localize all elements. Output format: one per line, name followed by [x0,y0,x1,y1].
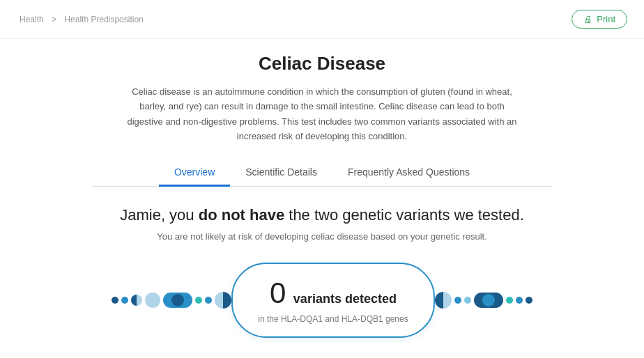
half-circle-left [215,292,231,309]
result-subtext: You are not likely at risk of developing… [14,231,630,242]
dot-3 [131,295,142,306]
variants-gene-label: in the HLA-DQA1 and HLA-DQB1 genes [258,314,408,324]
dot-r3 [506,297,513,304]
result-headline-suffix: the two genetic variants we tested. [284,206,524,224]
result-headline-prefix: Jamie, you [120,206,199,224]
pill-1 [163,293,192,308]
page-description: Celiac disease is an autoimmune conditio… [127,84,517,144]
variants-card: 0 variants detected in the HLA-DQA1 and … [231,263,434,338]
dot-r1 [454,297,461,304]
result-section: Jamie, you do not have the two genetic v… [0,187,644,358]
breadcrumb-current[interactable]: Health Predisposition [64,15,143,24]
variants-detected-label: variants detected [293,292,397,306]
result-headline-bold: do not have [199,206,284,224]
tab-overview[interactable]: Overview [159,159,230,187]
half-circle-right [435,292,452,309]
print-button[interactable]: 🖨 Print [572,10,627,29]
dot-r2 [464,297,471,304]
dot-6 [205,297,212,304]
dot-1 [112,297,118,304]
main-content: Celiac Disease Celiac disease is an auto… [78,39,566,187]
tab-bar: Overview Scientific Details Frequently A… [92,159,552,187]
viz-row: 0 variants detected in the HLA-DQA1 and … [14,263,630,338]
dot-r4 [516,297,523,304]
breadcrumb: Health > Health Predisposition [17,15,146,24]
right-dna-decoration [435,292,532,309]
result-headline: Jamie, you do not have the two genetic v… [14,206,630,224]
variants-count-row: 0 variants detected [258,277,408,310]
page-title: Celiac Disease [92,53,552,75]
left-dna-decoration [112,292,231,309]
breadcrumb-separator: > [52,15,56,24]
print-button-label: Print [597,14,615,24]
printer-icon: 🖨 [583,14,592,24]
pill-2 [474,293,503,308]
tab-scientific-details[interactable]: Scientific Details [230,159,332,187]
breadcrumb-root[interactable]: Health [20,15,44,24]
dot-4 [145,293,160,308]
tab-faq[interactable]: Frequently Asked Questions [332,159,485,187]
dot-2 [121,297,128,304]
dot-5 [195,297,202,304]
dot-r5 [526,297,532,304]
top-bar: Health > Health Predisposition 🖨 Print [0,0,644,39]
variants-count: 0 [270,277,286,309]
